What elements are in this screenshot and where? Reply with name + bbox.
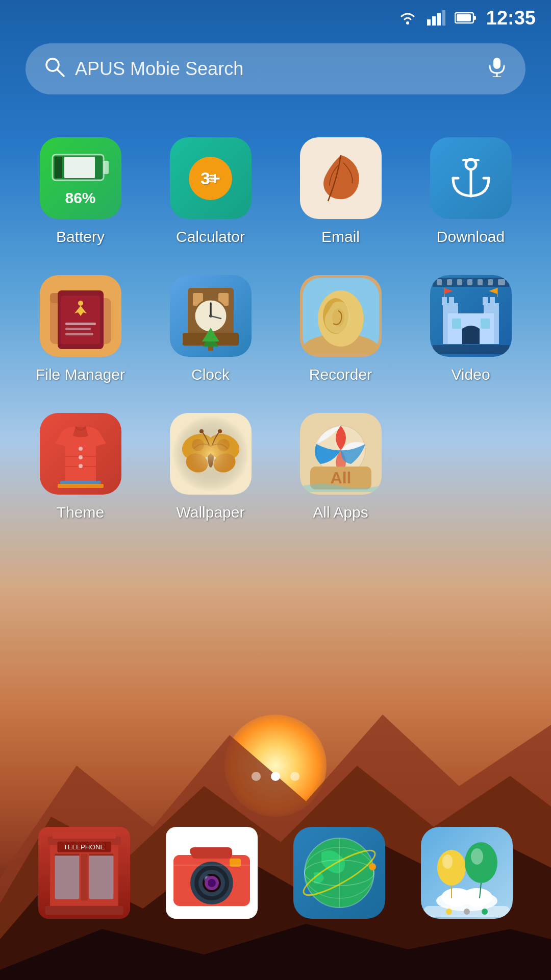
svg-point-31 xyxy=(78,301,83,306)
svg-rect-33 xyxy=(65,328,91,330)
svg-point-76 xyxy=(79,447,83,451)
svg-rect-57 xyxy=(483,297,488,305)
battery-label: Battery xyxy=(56,228,105,246)
search-placeholder: APUS Mobie Search xyxy=(75,58,486,80)
page-dot-3[interactable] xyxy=(290,772,299,781)
dock-phone[interactable]: TELEPHONE xyxy=(38,827,130,919)
svg-rect-55 xyxy=(442,297,447,305)
phone-icon: TELEPHONE xyxy=(38,827,130,919)
svg-rect-5 xyxy=(427,19,431,26)
svg-text:TELEPHONE: TELEPHONE xyxy=(64,843,105,851)
svg-rect-105 xyxy=(89,854,114,856)
app-recorder[interactable]: Recorder xyxy=(276,260,406,398)
svg-rect-101 xyxy=(55,855,80,899)
app-battery[interactable]: 86% Battery xyxy=(15,122,145,260)
svg-text:All: All xyxy=(330,469,351,487)
svg-point-116 xyxy=(208,879,216,887)
browser-icon xyxy=(293,827,385,919)
svg-rect-18 xyxy=(104,161,109,174)
svg-point-78 xyxy=(79,464,83,468)
svg-point-132 xyxy=(465,842,497,883)
search-icon xyxy=(43,56,65,82)
svg-rect-104 xyxy=(55,854,80,856)
microphone-icon[interactable] xyxy=(486,56,508,82)
wallpaper-icon xyxy=(170,413,252,495)
svg-point-77 xyxy=(79,455,83,459)
svg-rect-14 xyxy=(493,58,500,69)
svg-rect-66 xyxy=(433,345,509,354)
app-theme[interactable]: Theme xyxy=(15,398,145,536)
battery-icon: 86% xyxy=(40,137,121,219)
app-wallpaper[interactable]: Wallpaper xyxy=(145,398,276,536)
filemanager-label: File Manager xyxy=(36,366,125,383)
dock-browser[interactable] xyxy=(293,827,385,919)
svg-rect-70 xyxy=(467,279,472,285)
calculator-icon: ≡ 3+ xyxy=(170,137,252,219)
status-bar: 12:35 xyxy=(0,0,551,36)
page-dot-2[interactable] xyxy=(271,772,280,781)
svg-line-13 xyxy=(57,69,64,76)
page-indicators xyxy=(252,772,299,781)
app-calculator[interactable]: ≡ 3+ Calculator xyxy=(145,122,276,260)
email-label: Email xyxy=(321,228,360,246)
svg-rect-32 xyxy=(65,323,96,325)
app-video[interactable]: Video xyxy=(406,260,536,398)
svg-rect-56 xyxy=(449,297,454,305)
svg-point-126 xyxy=(369,863,376,870)
svg-rect-80 xyxy=(58,484,104,488)
svg-rect-68 xyxy=(447,279,452,285)
signal-icon xyxy=(427,10,445,26)
svg-point-138 xyxy=(464,909,470,915)
svg-rect-71 xyxy=(478,279,483,285)
app-clock[interactable]: Clock xyxy=(145,260,276,398)
app-email[interactable]: Email xyxy=(276,122,406,260)
svg-rect-6 xyxy=(432,16,436,26)
app-filemanager[interactable]: File Manager xyxy=(15,260,145,398)
download-icon xyxy=(430,137,512,219)
search-bar[interactable]: APUS Mobie Search xyxy=(26,43,525,94)
balloon-icon xyxy=(421,827,513,919)
clock-label: Clock xyxy=(191,366,230,383)
svg-rect-98 xyxy=(53,832,116,839)
svg-point-130 xyxy=(437,850,466,886)
svg-point-134 xyxy=(442,854,453,869)
page-dot-1[interactable] xyxy=(252,772,261,781)
svg-marker-62 xyxy=(489,288,497,294)
svg-rect-46 xyxy=(172,278,249,288)
svg-point-139 xyxy=(482,909,488,915)
clock-icon xyxy=(170,275,252,357)
video-icon xyxy=(430,275,512,357)
calculator-label: Calculator xyxy=(176,228,245,246)
svg-rect-103 xyxy=(81,854,87,901)
dock: TELEPHONE xyxy=(0,796,551,949)
dock-balloon[interactable] xyxy=(421,827,513,919)
svg-rect-11 xyxy=(457,14,471,21)
svg-point-4 xyxy=(406,21,409,24)
theme-icon xyxy=(40,413,121,495)
svg-rect-64 xyxy=(481,318,490,329)
dock-camera[interactable] xyxy=(166,827,258,919)
download-label: Download xyxy=(437,228,505,246)
svg-rect-19 xyxy=(55,157,62,178)
svg-point-129 xyxy=(462,888,492,906)
video-label: Video xyxy=(451,366,490,383)
svg-rect-67 xyxy=(437,279,442,285)
svg-rect-91 xyxy=(172,415,249,492)
svg-rect-8 xyxy=(442,10,445,26)
app-download[interactable]: Download xyxy=(406,122,536,260)
svg-rect-20 xyxy=(64,157,95,178)
app-grid: 86% Battery ≡ 3+ Calculator Email xyxy=(0,112,551,546)
svg-rect-73 xyxy=(498,279,505,285)
wallpaper-label: Wallpaper xyxy=(177,504,245,521)
wifi-icon xyxy=(397,10,418,26)
battery-status-icon xyxy=(455,11,477,25)
svg-rect-10 xyxy=(473,16,476,20)
svg-point-118 xyxy=(190,847,198,855)
app-allapps[interactable]: All All Apps xyxy=(276,398,406,536)
camera-icon xyxy=(166,827,258,919)
allapps-label: All Apps xyxy=(313,504,368,521)
svg-rect-45 xyxy=(208,347,213,351)
empty-cell xyxy=(406,398,536,536)
svg-rect-58 xyxy=(490,297,495,305)
svg-rect-34 xyxy=(65,333,93,335)
